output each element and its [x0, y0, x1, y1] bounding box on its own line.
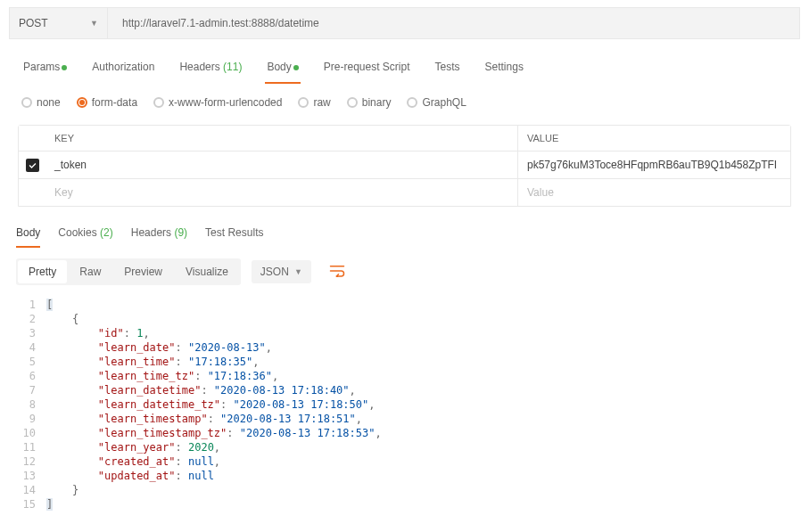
tab-prerequest[interactable]: Pre-request Script — [322, 55, 412, 84]
code-line: 10 "learn_timestamp_tz": "2020-08-13 17:… — [20, 426, 800, 440]
key-input[interactable] — [54, 186, 508, 199]
code-line: 15] — [20, 497, 800, 512]
radio-binary[interactable]: binary — [347, 96, 392, 109]
code-line: 6 "learn_time_tz": "17:18:36", — [20, 369, 800, 383]
radio-raw[interactable]: raw — [298, 96, 330, 109]
tab-headers[interactable]: Headers (11) — [177, 55, 244, 84]
code-line: 5 "learn_time": "17:18:35", — [20, 355, 800, 369]
line-number: 10 — [20, 426, 46, 440]
code-line: 12 "created_at": null, — [20, 454, 800, 469]
line-number: 2 — [20, 312, 46, 326]
request-tabs: Params Authorization Headers (11) Body P… — [9, 52, 800, 84]
radio-icon — [77, 97, 87, 108]
line-content: "id": 1, — [46, 326, 150, 340]
tab-settings[interactable]: Settings — [483, 55, 525, 84]
line-content: "learn_time_tz": "17:18:36", — [46, 369, 278, 383]
view-pretty[interactable]: Pretty — [18, 260, 67, 283]
line-content: "learn_timestamp": "2020-08-13 17:18:51"… — [46, 412, 362, 426]
tab-authorization[interactable]: Authorization — [90, 55, 156, 84]
formdata-table: KEY VALUE _token pk57g76kuM3Toce8HFqpmRB… — [18, 125, 791, 207]
request-bar: POST ▼ — [9, 7, 800, 39]
line-content: "created_at": null, — [46, 454, 220, 469]
radio-icon — [298, 97, 309, 108]
tab-params[interactable]: Params — [21, 55, 69, 84]
table-row[interactable]: _token pk57g76kuM3Toce8HFqpmRB6auTB9Q1b4… — [19, 151, 790, 179]
code-line: 2 { — [20, 312, 800, 326]
line-number: 14 — [20, 483, 46, 497]
line-number: 7 — [20, 383, 46, 397]
view-preview[interactable]: Preview — [113, 260, 173, 283]
radio-icon — [347, 97, 358, 108]
radio-icon — [153, 97, 164, 108]
wrap-lines-icon[interactable] — [324, 259, 351, 285]
code-line: 7 "learn_datetime": "2020-08-13 17:18:40… — [20, 383, 800, 397]
dot-icon — [293, 65, 299, 70]
code-line: 14 } — [20, 483, 800, 497]
tab-body[interactable]: Body — [265, 55, 300, 84]
resp-tab-body[interactable]: Body — [16, 223, 40, 248]
line-number: 13 — [20, 469, 46, 483]
line-number: 15 — [20, 497, 46, 512]
header-key: KEY — [45, 126, 518, 151]
radio-xwww[interactable]: x-www-form-urlencoded — [153, 96, 282, 109]
radio-graphql[interactable]: GraphQL — [407, 96, 466, 109]
checkbox-checked-icon[interactable] — [26, 159, 39, 172]
line-number: 11 — [20, 440, 46, 454]
code-line: 9 "learn_timestamp": "2020-08-13 17:18:5… — [20, 412, 800, 426]
code-line: 8 "learn_datetime_tz": "2020-08-13 17:18… — [20, 397, 800, 412]
line-number: 5 — [20, 355, 46, 369]
code-line: 1[ — [20, 298, 800, 312]
line-content: "learn_datetime": "2020-08-13 17:18:40", — [46, 383, 356, 397]
line-content: [ — [46, 298, 53, 312]
radio-formdata[interactable]: form-data — [77, 96, 137, 109]
line-content: "learn_timestamp_tz": "2020-08-13 17:18:… — [46, 426, 382, 440]
method-select[interactable]: POST ▼ — [10, 8, 108, 38]
response-tabs: Body Cookies (2) Headers (9) Test Result… — [9, 207, 800, 248]
line-number: 4 — [20, 340, 46, 355]
line-content: { — [46, 312, 78, 326]
radio-none[interactable]: none — [21, 96, 61, 109]
row-value[interactable]: pk57g76kuM3Toce8HFqpmRB6auTB9Q1b458ZpTFI — [518, 151, 790, 178]
line-number: 8 — [20, 397, 46, 412]
line-number: 3 — [20, 326, 46, 340]
code-line: 3 "id": 1, — [20, 326, 800, 340]
response-body[interactable]: 1[2 {3 "id": 1,4 "learn_date": "2020-08-… — [9, 296, 800, 512]
line-content: ] — [46, 497, 53, 512]
method-value: POST — [19, 17, 48, 29]
radio-icon — [21, 97, 32, 108]
code-line: 13 "updated_at": null — [20, 469, 800, 483]
resp-tab-cookies[interactable]: Cookies (2) — [58, 223, 112, 248]
line-content: "updated_at": null — [46, 469, 214, 483]
body-type-row: none form-data x-www-form-urlencoded raw… — [9, 84, 800, 121]
row-key[interactable]: _token — [45, 151, 518, 178]
format-select[interactable]: JSON ▼ — [252, 260, 311, 283]
resp-tab-tests[interactable]: Test Results — [205, 223, 263, 248]
view-raw[interactable]: Raw — [69, 260, 111, 283]
code-line: 4 "learn_date": "2020-08-13", — [20, 340, 800, 355]
radio-icon — [407, 97, 417, 108]
line-number: 9 — [20, 412, 46, 426]
view-visualize[interactable]: Visualize — [175, 260, 239, 283]
chevron-down-icon: ▼ — [90, 19, 98, 28]
line-content: "learn_date": "2020-08-13", — [46, 340, 272, 355]
dot-icon — [62, 65, 67, 70]
line-number: 6 — [20, 369, 46, 383]
resp-tab-headers[interactable]: Headers (9) — [131, 223, 187, 248]
line-number: 1 — [20, 298, 46, 312]
line-number: 12 — [20, 454, 46, 469]
line-content: "learn_time": "17:18:35", — [46, 355, 259, 369]
view-controls: Pretty Raw Preview Visualize JSON ▼ — [9, 248, 800, 296]
tab-tests[interactable]: Tests — [433, 55, 462, 84]
table-header: KEY VALUE — [19, 126, 790, 151]
chevron-down-icon: ▼ — [294, 267, 302, 276]
table-row-empty[interactable] — [19, 179, 790, 206]
url-input[interactable] — [113, 8, 799, 38]
value-input[interactable] — [527, 186, 781, 199]
view-mode-group: Pretty Raw Preview Visualize — [16, 258, 241, 285]
code-line: 11 "learn_year": 2020, — [20, 440, 800, 454]
line-content: } — [46, 483, 78, 497]
line-content: "learn_year": 2020, — [46, 440, 220, 454]
line-content: "learn_datetime_tz": "2020-08-13 17:18:5… — [46, 397, 375, 412]
header-value: VALUE — [518, 126, 790, 151]
